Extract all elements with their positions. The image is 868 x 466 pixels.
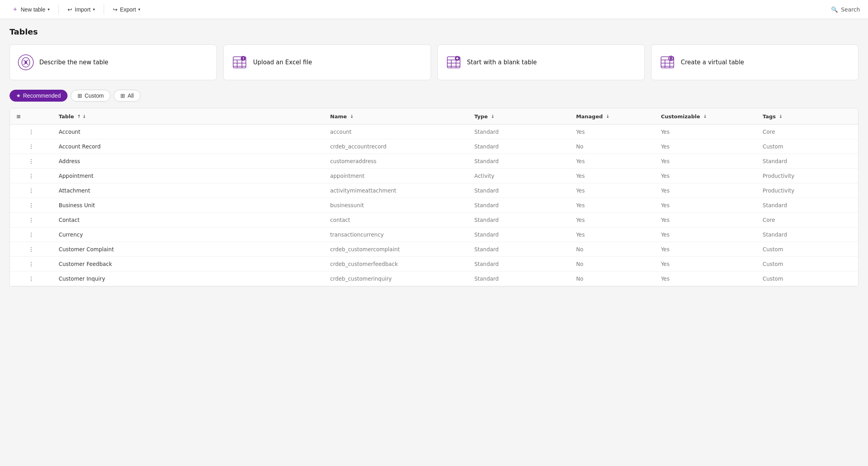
table-row[interactable]: ⋮ Customer Feedback crdeb_customerfeedba…	[10, 257, 858, 272]
virtual-table-icon	[659, 54, 675, 70]
th-list-toggle[interactable]: ≡	[10, 108, 52, 125]
table-row[interactable]: ⋮ Address customeraddress Standard Yes Y…	[10, 154, 858, 169]
cell-name-0: account	[324, 125, 468, 139]
th-name[interactable]: Name ↓	[324, 108, 468, 125]
row-menu-9[interactable]: ⋮	[10, 257, 52, 272]
cell-customizable-4: Yes	[655, 183, 756, 198]
cell-managed-4: Yes	[570, 183, 655, 198]
row-menu-7[interactable]: ⋮	[10, 227, 52, 242]
upload-excel-label: Upload an Excel file	[253, 59, 312, 66]
cell-customizable-3: Yes	[655, 169, 756, 183]
import-label: Import	[75, 6, 91, 13]
th-tags-label: Tags	[763, 114, 776, 119]
virtual-table-card[interactable]: Create a virtual table	[651, 44, 858, 80]
search-box[interactable]: 🔍 Search	[831, 6, 860, 13]
th-table[interactable]: Table ↑ ↓	[52, 108, 324, 125]
table-row[interactable]: ⋮ Account Record crdeb_accountrecord Sta…	[10, 139, 858, 154]
row-menu-3[interactable]: ⋮	[10, 169, 52, 183]
cell-customizable-6: Yes	[655, 213, 756, 227]
cell-managed-3: Yes	[570, 169, 655, 183]
cell-tags-3: Productivity	[756, 169, 858, 183]
cell-table-6: Contact	[52, 213, 324, 227]
cell-customizable-5: Yes	[655, 198, 756, 213]
name-sort-icon: ↓	[350, 114, 354, 119]
describe-table-card[interactable]: Describe the new table	[10, 44, 217, 80]
th-customizable-label: Customizable	[661, 114, 700, 119]
export-button[interactable]: ↪ Export ▾	[109, 5, 144, 14]
row-menu-2[interactable]: ⋮	[10, 154, 52, 169]
cell-type-3: Activity	[468, 169, 570, 183]
table-row[interactable]: ⋮ Currency transactioncurrency Standard …	[10, 227, 858, 242]
row-menu-4[interactable]: ⋮	[10, 183, 52, 198]
cell-type-7: Standard	[468, 227, 570, 242]
row-menu-1[interactable]: ⋮	[10, 139, 52, 154]
table-header-row: ≡ Table ↑ ↓ Name ↓	[10, 108, 858, 125]
table-row[interactable]: ⋮ Account account Standard Yes Yes Core	[10, 125, 858, 139]
cell-table-9: Customer Feedback	[52, 257, 324, 272]
cell-type-2: Standard	[468, 154, 570, 169]
cell-table-1: Account Record	[52, 139, 324, 154]
export-chevron-icon: ▾	[138, 7, 140, 12]
th-tags[interactable]: Tags ↓	[756, 108, 858, 125]
search-icon: 🔍	[831, 6, 838, 13]
row-menu-8[interactable]: ⋮	[10, 242, 52, 257]
cell-tags-2: Standard	[756, 154, 858, 169]
grid-icon-custom: ⊞	[77, 92, 82, 99]
cell-type-8: Standard	[468, 242, 570, 257]
customizable-sort-icon: ↓	[703, 114, 707, 119]
filter-all[interactable]: ⊞ All	[114, 90, 141, 102]
import-chevron-icon: ▾	[93, 7, 95, 12]
row-menu-0[interactable]: ⋮	[10, 125, 52, 139]
filter-custom-label: Custom	[85, 92, 104, 99]
divider-2	[104, 5, 104, 14]
th-customizable[interactable]: Customizable ↓	[655, 108, 756, 125]
export-icon: ↪	[113, 6, 118, 13]
row-menu-5[interactable]: ⋮	[10, 198, 52, 213]
cell-table-3: Appointment	[52, 169, 324, 183]
tables-list: ≡ Table ↑ ↓ Name ↓	[10, 108, 858, 286]
cell-name-4: activitymimeattachment	[324, 183, 468, 198]
data-table-container: ≡ Table ↑ ↓ Name ↓	[10, 108, 858, 287]
cell-tags-5: Standard	[756, 198, 858, 213]
cell-managed-9: No	[570, 257, 655, 272]
import-button[interactable]: ↩ Import ▾	[64, 5, 99, 14]
th-managed[interactable]: Managed ↓	[570, 108, 655, 125]
row-menu-10[interactable]: ⋮	[10, 272, 52, 286]
cell-managed-1: No	[570, 139, 655, 154]
table-row[interactable]: ⋮ Attachment activitymimeattachment Stan…	[10, 183, 858, 198]
cell-managed-6: Yes	[570, 213, 655, 227]
cell-name-5: businessunit	[324, 198, 468, 213]
add-table-icon	[446, 54, 462, 70]
blank-table-card[interactable]: Start with a blank table	[437, 44, 645, 80]
cell-managed-10: No	[570, 272, 655, 286]
filter-recommended-label: Recommended	[23, 92, 61, 99]
topbar: ＋ New table ▾ ↩ Import ▾ ↪ Export ▾ 🔍 Se…	[0, 0, 868, 19]
action-cards: Describe the new table ↑ Upload an Excel…	[10, 44, 858, 80]
table-row[interactable]: ⋮ Business Unit businessunit Standard Ye…	[10, 198, 858, 213]
filter-custom[interactable]: ⊞ Custom	[71, 90, 110, 102]
th-name-label: Name	[330, 114, 347, 119]
new-table-button[interactable]: ＋ New table ▾	[8, 4, 54, 15]
filter-tabs: ★ Recommended ⊞ Custom ⊞ All	[10, 90, 858, 102]
table-row[interactable]: ⋮ Customer Inquiry crdeb_customerinquiry…	[10, 272, 858, 286]
table-row[interactable]: ⋮ Customer Complaint crdeb_customercompl…	[10, 242, 858, 257]
filter-recommended[interactable]: ★ Recommended	[10, 90, 68, 102]
new-table-label: New table	[21, 6, 45, 13]
table-row[interactable]: ⋮ Appointment appointment Activity Yes Y…	[10, 169, 858, 183]
cell-tags-10: Custom	[756, 272, 858, 286]
describe-table-label: Describe the new table	[39, 59, 108, 66]
cell-tags-4: Productivity	[756, 183, 858, 198]
cell-table-5: Business Unit	[52, 198, 324, 213]
export-label: Export	[120, 6, 136, 13]
plus-icon: ＋	[12, 5, 18, 13]
cell-table-7: Currency	[52, 227, 324, 242]
upload-excel-card[interactable]: ↑ Upload an Excel file	[223, 44, 431, 80]
th-type[interactable]: Type ↓	[468, 108, 570, 125]
cell-managed-7: Yes	[570, 227, 655, 242]
row-menu-6[interactable]: ⋮	[10, 213, 52, 227]
th-table-label: Table	[59, 114, 74, 119]
th-type-label: Type	[474, 114, 488, 119]
table-row[interactable]: ⋮ Contact contact Standard Yes Yes Core	[10, 213, 858, 227]
cell-customizable-1: Yes	[655, 139, 756, 154]
th-managed-label: Managed	[576, 114, 603, 119]
